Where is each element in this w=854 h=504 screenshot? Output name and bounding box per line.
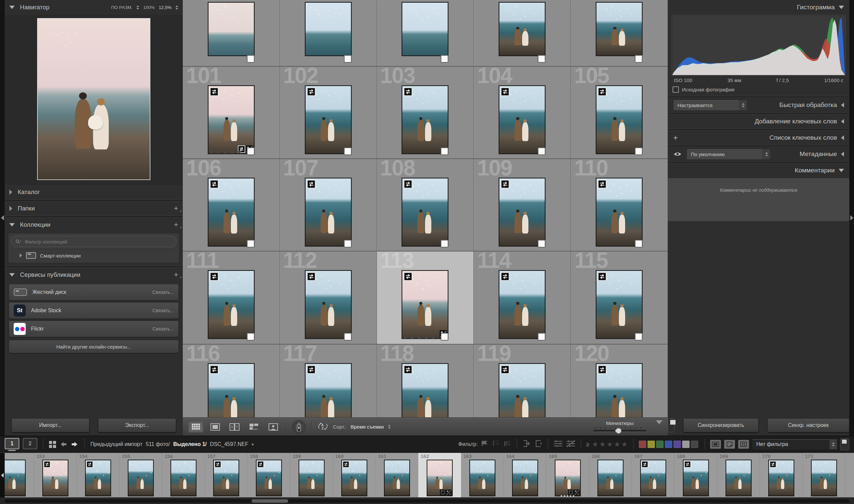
- metadata-status-icon[interactable]: [538, 333, 545, 341]
- metadata-status-icon[interactable]: [441, 55, 448, 63]
- filmstrip-source-button[interactable]: [710, 439, 721, 449]
- photo-thumbnail[interactable]: [298, 460, 325, 496]
- sync-toggle-icon[interactable]: [668, 418, 674, 432]
- filmstrip-item-157[interactable]: 157: [205, 453, 248, 497]
- collection-badge-icon[interactable]: [210, 365, 218, 374]
- grid-cell-110[interactable]: 110: [571, 159, 668, 252]
- import-button[interactable]: Импорт...: [11, 418, 89, 432]
- stepper-icon[interactable]: [829, 439, 837, 449]
- grid-cell-112[interactable]: 112: [280, 252, 377, 345]
- note-corner-button[interactable]: [724, 439, 735, 449]
- photo-thumbnail[interactable]: [213, 460, 239, 496]
- grid-cell-102[interactable]: 102: [280, 67, 377, 159]
- add-publish-service-button[interactable]: +: [174, 271, 178, 278]
- photo-thumbnail[interactable]: [499, 85, 545, 154]
- collapse-triangle-icon[interactable]: [10, 6, 15, 9]
- photo-thumbnail[interactable]: [811, 460, 837, 496]
- collection-badge-icon[interactable]: [210, 87, 218, 96]
- painter-tool-button[interactable]: [292, 420, 306, 434]
- flag-rejected-filter-button[interactable]: [503, 440, 512, 449]
- grid-cell[interactable]: [280, 0, 377, 67]
- flag-pick-filter-button[interactable]: [480, 440, 489, 449]
- synchronize-button[interactable]: Синхронизировать: [683, 418, 759, 432]
- navigator-header[interactable]: Навигатор ПО РАЗМ. 100% 12,5%: [5, 0, 183, 15]
- photo-thumbnail[interactable]: [305, 363, 351, 418]
- collection-badge-icon[interactable]: [257, 461, 264, 468]
- expand-triangle-icon[interactable]: [841, 103, 844, 107]
- grid-cell[interactable]: [377, 0, 474, 67]
- filmstrip-item-169[interactable]: 169: [717, 453, 760, 497]
- main-window-button[interactable]: 1: [5, 438, 19, 449]
- sync-settings-button[interactable]: Синхр. настроек: [767, 418, 849, 432]
- scrollbar-handle[interactable]: [252, 499, 288, 503]
- filmstrip-item-167[interactable]: 167: [632, 453, 674, 497]
- photo-thumbnail[interactable]: [42, 460, 68, 496]
- grid-cell-113[interactable]: 113★★★★★: [377, 252, 474, 345]
- photo-thumbnail[interactable]: [499, 178, 545, 247]
- filmstrip-scroll-left-icon[interactable]: [1, 473, 4, 478]
- collection-badge-icon[interactable]: [307, 365, 315, 374]
- metadata-status-icon[interactable]: [344, 333, 351, 341]
- photo-thumbnail[interactable]: [85, 460, 111, 496]
- filmstrip-left-edge[interactable]: [0, 453, 5, 497]
- metadata-status-icon[interactable]: [247, 147, 255, 155]
- photo-thumbnail[interactable]: [208, 2, 255, 56]
- photo-thumbnail[interactable]: [402, 85, 448, 154]
- connect-link[interactable]: Связать...: [152, 289, 174, 295]
- navigator-preview[interactable]: [5, 15, 183, 183]
- metadata-status-icon[interactable]: [247, 333, 255, 341]
- color-label-filter-3[interactable]: [665, 440, 672, 448]
- filmstrip-item-164[interactable]: 164: [504, 453, 546, 497]
- collapse-triangle-icon[interactable]: [10, 223, 15, 227]
- filmstrip-item-168[interactable]: 168: [674, 453, 717, 497]
- metadata-status-icon[interactable]: [538, 240, 545, 248]
- photo-thumbnail[interactable]: [384, 460, 410, 496]
- photo-thumbnail[interactable]: [499, 2, 545, 56]
- photo-thumbnail[interactable]: [305, 270, 351, 339]
- collapse-right-panel-icon[interactable]: [850, 215, 853, 220]
- survey-view-button[interactable]: [246, 421, 261, 433]
- collapse-triangle-icon[interactable]: [839, 6, 844, 9]
- collection-badge-icon[interactable]: [44, 461, 50, 468]
- photo-thumbnail[interactable]: [726, 460, 751, 496]
- keyword-list-header[interactable]: + Список ключевых слов: [668, 130, 849, 145]
- photo-thumbnail[interactable]: [305, 2, 351, 56]
- thumbnail-size-slider[interactable]: [593, 427, 647, 433]
- collection-badge-icon[interactable]: [684, 461, 691, 468]
- metadata-status-icon[interactable]: [441, 240, 448, 248]
- comments-header[interactable]: Комментарии: [668, 163, 849, 178]
- expand-triangle-icon[interactable]: [841, 152, 844, 157]
- collection-badge-icon[interactable]: [307, 272, 315, 281]
- collection-badge-icon[interactable]: [307, 87, 315, 96]
- rating-operator[interactable]: ≥: [586, 441, 589, 448]
- collection-badge-icon[interactable]: [501, 87, 509, 96]
- expand-triangle-icon[interactable]: [10, 190, 12, 195]
- back-arrow-button[interactable]: [59, 441, 67, 448]
- publish-item-adobe-stock[interactable]: St Adobe Stock Связать...: [9, 302, 179, 319]
- star-rating[interactable]: ★★★★★: [402, 334, 437, 341]
- toolbar-collapse-icon[interactable]: [656, 420, 662, 424]
- filmstrip-item-170[interactable]: 170: [760, 453, 803, 497]
- photo-thumbnail[interactable]: [598, 460, 623, 496]
- photo-thumbnail[interactable]: [305, 85, 351, 154]
- metadata-status-icon[interactable]: [344, 240, 351, 248]
- filter-preset-dropdown[interactable]: Нет фильтра: [752, 439, 837, 450]
- filters-off-button[interactable]: [566, 439, 576, 449]
- edit-status-filter-button[interactable]: [522, 439, 531, 449]
- metadata-status-icon[interactable]: [441, 147, 448, 155]
- filmstrip-item-162[interactable]: 162: [418, 453, 461, 497]
- catalog-header[interactable]: Каталог: [5, 185, 183, 199]
- grid-cell-116[interactable]: 116: [183, 345, 280, 418]
- metadata-status-icon[interactable]: [344, 55, 351, 63]
- filmstrip-item-158[interactable]: 158: [248, 453, 290, 497]
- fit-mode-label[interactable]: ПО РАЗМ.: [111, 5, 132, 10]
- publish-services-header[interactable]: Сервисы публикации +: [5, 268, 183, 282]
- grid-cell-119[interactable]: 119: [474, 345, 571, 418]
- collection-badge-icon[interactable]: [215, 461, 221, 468]
- second-window-button[interactable]: 2: [23, 438, 37, 449]
- filmstrip-item-159[interactable]: 159: [290, 453, 333, 497]
- grid-cell-107[interactable]: 107: [280, 159, 377, 252]
- metadata-status-icon[interactable]: [344, 147, 351, 155]
- people-view-button[interactable]: [266, 421, 281, 433]
- collection-badge-icon[interactable]: [641, 461, 648, 468]
